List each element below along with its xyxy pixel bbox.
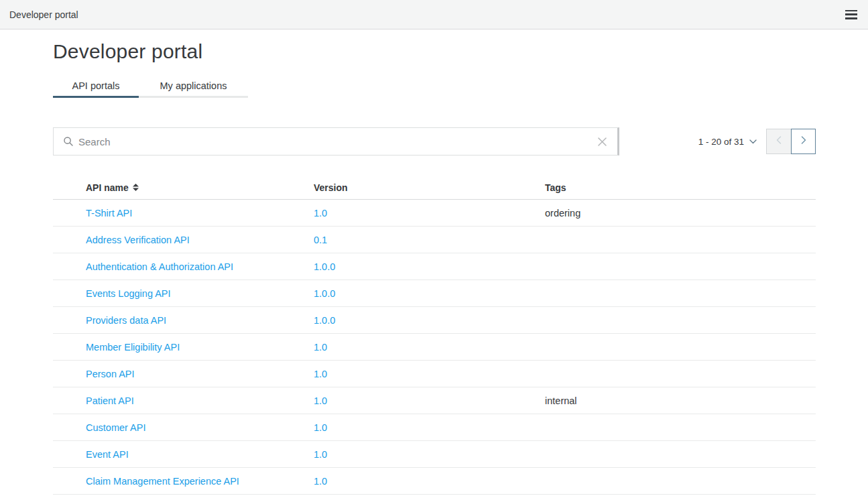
chevron-right-icon	[800, 135, 808, 148]
api-name-link[interactable]: Providers data API	[86, 315, 166, 326]
search-box	[53, 127, 619, 156]
api-version-link[interactable]: 1.0	[314, 449, 327, 460]
search-input[interactable]	[78, 136, 595, 147]
api-name-link[interactable]: Authentication & Authorization API	[86, 261, 233, 272]
table-row: Claim Management Experience API 1.0	[53, 468, 816, 495]
tab-bar: API portals My applications	[53, 79, 816, 98]
column-header-api-name: API name	[86, 182, 129, 193]
sort-by-api-name[interactable]: API name	[86, 182, 314, 193]
api-tags-text: ordering	[545, 208, 580, 219]
clear-search-icon[interactable]	[595, 134, 609, 149]
search-icon	[63, 136, 74, 147]
pagination-range-dropdown[interactable]: 1 - 20 of 31	[698, 137, 757, 147]
chevron-left-icon	[775, 135, 783, 148]
api-name-link[interactable]: Person API	[86, 369, 135, 379]
table-row: Person API 1.0	[53, 361, 816, 387]
tab-api-portals[interactable]: API portals	[53, 79, 139, 98]
top-bar: Developer portal	[0, 0, 868, 29]
table-body: T-Shirt API 1.0 ordering Address Verific…	[53, 200, 816, 495]
api-version-link[interactable]: 1.0	[314, 395, 327, 406]
table-row: Events Logging API 1.0.0	[53, 280, 816, 307]
top-bar-title: Developer portal	[9, 9, 78, 20]
next-page-button[interactable]	[791, 129, 816, 154]
table-row: Member Eligibility API 1.0	[53, 334, 816, 361]
table-row: Patient API 1.0 internal	[53, 387, 816, 414]
api-version-link[interactable]: 1.0	[314, 476, 327, 487]
api-version-link[interactable]: 1.0	[314, 369, 327, 379]
api-name-link[interactable]: T-Shirt API	[86, 208, 132, 219]
pagination: 1 - 20 of 31	[698, 129, 816, 154]
column-header-version: Version	[314, 182, 545, 193]
pagination-buttons	[766, 129, 816, 154]
pagination-range-label: 1 - 20 of 31	[698, 137, 744, 147]
table-header-row: API name Version Tags	[53, 176, 816, 200]
api-version-link[interactable]: 1.0	[314, 342, 327, 353]
previous-page-button[interactable]	[766, 129, 791, 154]
api-name-link[interactable]: Events Logging API	[86, 288, 171, 299]
chevron-down-icon	[749, 139, 757, 144]
api-version-link[interactable]: 1.0.0	[314, 315, 335, 326]
api-name-link[interactable]: Event API	[86, 449, 129, 460]
api-version-link[interactable]: 1.0.0	[314, 261, 335, 272]
api-version-link[interactable]: 1.0.0	[314, 288, 335, 299]
table-row: Customer API 1.0	[53, 414, 816, 441]
api-tags-text: internal	[545, 395, 577, 406]
api-name-link[interactable]: Claim Management Experience API	[86, 476, 239, 487]
hamburger-menu-icon[interactable]	[845, 10, 857, 19]
api-name-link[interactable]: Address Verification API	[86, 235, 190, 245]
column-header-tags: Tags	[545, 182, 816, 193]
api-version-link[interactable]: 1.0	[314, 208, 327, 219]
api-table: API name Version Tags T-Shirt API	[53, 176, 816, 495]
table-row: Providers data API 1.0.0	[53, 307, 816, 334]
table-row: Authentication & Authorization API 1.0.0	[53, 253, 816, 280]
table-row: T-Shirt API 1.0 ordering	[53, 200, 816, 227]
api-name-link[interactable]: Patient API	[86, 395, 134, 406]
toolbar: 1 - 20 of 31	[53, 127, 816, 156]
api-name-link[interactable]: Customer API	[86, 422, 145, 433]
column-header-api-name-cell: API name	[53, 182, 314, 193]
tab-my-applications[interactable]: My applications	[139, 79, 248, 98]
table-row: Address Verification API 0.1	[53, 227, 816, 253]
page-title: Developer portal	[53, 40, 816, 63]
api-name-link[interactable]: Member Eligibility API	[86, 342, 180, 353]
table-row: Event API 1.0	[53, 441, 816, 468]
main-content: Developer portal API portals My applicat…	[53, 40, 816, 495]
api-version-link[interactable]: 0.1	[314, 235, 327, 245]
api-version-link[interactable]: 1.0	[314, 422, 327, 433]
sort-icon	[133, 184, 139, 191]
